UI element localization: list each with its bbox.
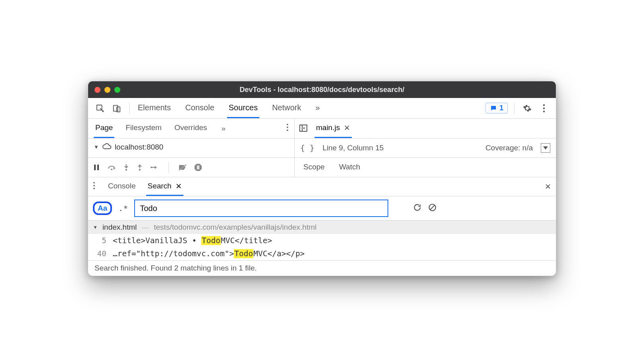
kebab-menu-icon[interactable] [538,102,550,115]
feedback-count: 1 [499,104,503,112]
tree-root-label: localhost:8080 [115,143,164,152]
svg-point-14 [125,169,127,171]
cursor-position: Line 9, Column 15 [322,144,384,152]
svg-rect-19 [197,165,198,169]
divider [514,103,515,114]
svg-point-13 [111,169,112,170]
navigator-tabs: Page Filesystem Overrides » [88,119,294,138]
svg-point-3 [543,104,545,106]
svg-point-4 [543,107,545,109]
svg-point-22 [93,185,95,186]
debugger-sidebar-tabs: Scope Watch [295,158,556,177]
svg-point-16 [150,167,152,168]
pause-icon[interactable] [93,164,100,171]
svg-rect-20 [199,165,200,169]
match-highlight: Todo [201,236,221,245]
inspect-icon[interactable] [94,102,106,115]
nav-tab-page[interactable]: Page [94,119,114,138]
editor-status-bar: { } Line 9, Column 15 Coverage: n/a [295,138,556,157]
match-case-button[interactable]: Aa [93,202,112,215]
step-into-icon[interactable] [123,163,129,171]
close-drawer-tab-icon[interactable]: ✕ [175,182,182,191]
disclosure-triangle-icon[interactable]: ▼ [93,225,98,230]
close-drawer-icon[interactable]: ✕ [545,182,551,191]
drawer-tab-search[interactable]: Search ✕ [146,177,183,196]
svg-point-5 [543,110,545,112]
deactivate-breakpoints-icon[interactable] [178,164,187,171]
line-number: 5 [93,236,106,245]
search-status: Search finished. Found 2 matching lines … [88,260,556,276]
result-file-name: index.html [102,223,137,232]
nav-tab-filesystem[interactable]: Filesystem [124,119,163,138]
debugger-row: Scope Watch [88,158,556,177]
close-window-button[interactable] [94,87,100,93]
debugger-controls [88,158,295,177]
pause-exceptions-icon[interactable] [194,163,202,171]
line-content: <title>VanillaJS • TodoMVC</title> [113,236,272,245]
maximize-window-button[interactable] [114,87,120,93]
drawer-tabs: Console Search ✕ ✕ [88,177,556,196]
step-out-icon[interactable] [137,163,143,171]
drawer-kebab-icon[interactable] [93,182,95,192]
file-tree-root[interactable]: ▼ localhost:8080 [88,138,294,155]
step-icon[interactable] [150,164,159,171]
result-file-path: tests/todomvc.com/examples/vanillajs/ind… [154,223,317,232]
search-bar: Aa .* [88,196,556,220]
file-tab-main-js[interactable]: main.js ✕ [314,119,352,138]
nav-tabs-overflow-icon[interactable]: » [222,124,226,133]
editor-tabs: main.js ✕ [295,119,556,138]
line-content: …ref="http://todomvc.com">TodoMVC</a></p… [113,249,305,258]
result-file-header[interactable]: ▼ index.html — tests/todomvc.com/example… [88,221,556,234]
svg-rect-1 [114,105,118,111]
drawer-tab-search-label: Search [148,182,172,190]
disclosure-triangle-icon[interactable]: ▼ [94,144,99,150]
svg-point-6 [287,124,288,125]
settings-icon[interactable] [521,102,534,115]
match-highlight: Todo [234,249,253,258]
svg-point-21 [93,182,95,184]
window-controls [94,87,120,93]
device-toggle-icon[interactable] [110,102,123,115]
nav-kebab-icon[interactable] [286,123,289,133]
tab-elements[interactable]: Elements [136,98,172,118]
titlebar: DevTools - localhost:8080/docs/devtools/… [88,81,556,98]
refresh-icon[interactable] [413,203,422,213]
tab-sources[interactable]: Sources [227,98,259,118]
svg-line-25 [430,205,435,210]
window-title: DevTools - localhost:8080/docs/devtools/… [88,86,556,94]
file-tab-label: main.js [316,123,340,132]
result-line[interactable]: 5 <title>VanillaJS • TodoMVC</title> [88,234,556,247]
svg-point-23 [93,188,95,189]
divider [168,162,169,173]
regex-button[interactable]: .* [118,203,128,213]
watch-tab[interactable]: Watch [337,163,362,173]
pretty-print-icon[interactable]: { } [300,143,314,153]
tabs-overflow-icon[interactable]: » [314,98,322,118]
minimize-window-button[interactable] [104,87,110,93]
editor-pane: main.js ✕ { } Line 9, Column 15 Coverage… [295,119,556,157]
feedback-button[interactable]: 1 [486,103,508,113]
drawer-tab-console[interactable]: Console [106,177,137,196]
clear-icon[interactable] [428,203,437,213]
devtools-window: DevTools - localhost:8080/docs/devtools/… [88,81,556,276]
result-line[interactable]: 40 …ref="http://todomvc.com">TodoMVC</a>… [88,247,556,260]
svg-rect-12 [97,165,99,170]
editor-dropdown-icon[interactable] [541,143,550,153]
scope-tab[interactable]: Scope [302,163,326,173]
svg-point-7 [287,127,288,128]
nav-tab-overrides[interactable]: Overrides [173,119,208,138]
close-tab-icon[interactable]: ✕ [344,123,350,132]
coverage-label: Coverage: n/a [486,144,533,152]
navigator-pane: Page Filesystem Overrides » ▼ localhost:… [88,119,295,157]
toggle-navigator-icon[interactable] [299,123,309,134]
cloud-icon [102,142,112,152]
tab-console[interactable]: Console [183,98,216,118]
divider [129,103,130,114]
svg-rect-11 [94,165,96,170]
search-results: ▼ index.html — tests/todomvc.com/example… [88,220,556,260]
search-input[interactable] [134,200,388,217]
panel-tabs: Elements Console Sources Network » [136,98,322,118]
step-over-icon[interactable] [107,164,116,171]
tab-network[interactable]: Network [270,98,303,118]
svg-point-8 [287,129,288,131]
